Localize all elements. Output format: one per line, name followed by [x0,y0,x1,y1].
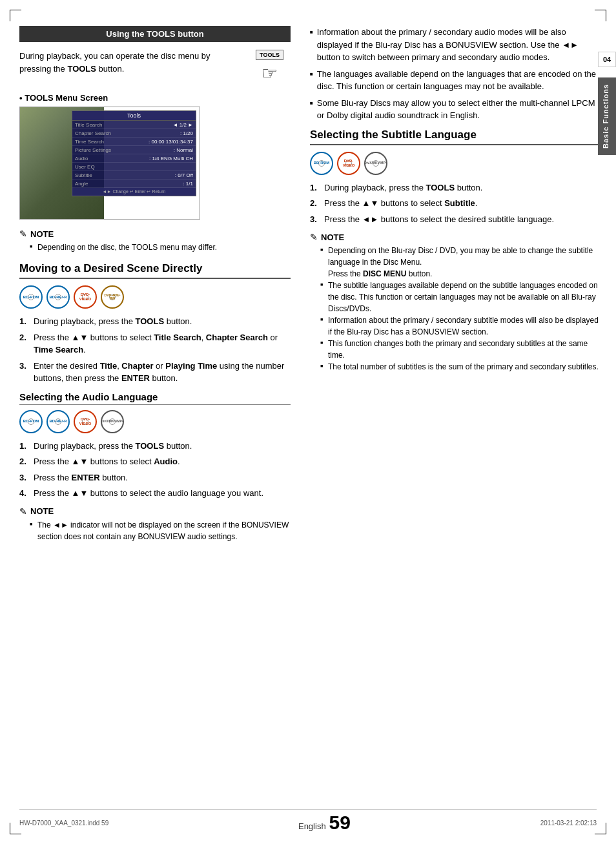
tools-row-time-search: Time Search : 00:00:13/01:34:37 [72,138,196,146]
tools-panel-footer: ◄► Change ↵ Enter ↩ Return [72,188,196,196]
subtitle-note-item-1: Depending on the Blu-ray Disc / DVD, you… [320,245,603,280]
corner-mark-tr [595,10,606,21]
audio-note: ✎ NOTE The ◄► indicator will not be disp… [19,506,291,542]
tools-note-header: ✎ NOTE [19,229,291,239]
footer-right-text: 2011-03-21 2:02:13 [540,819,597,827]
right-bullet-2: ■ The languages available depend on the … [310,68,603,93]
subtitle-note: ✎ NOTE Depending on the Blu-ray Disc / D… [310,232,603,373]
tools-row-audio: Audio : 1/4 ENG Multi CH [72,154,196,163]
tools-note-item-1: Depending on the disc, the TOOLS menu ma… [30,242,291,253]
tools-note-content: Depending on the disc, the TOOLS menu ma… [19,242,291,253]
audio-note-title: NOTE [30,506,54,516]
page-footer: HW-D7000_XAA_0321.indd 59 English 59 201… [19,809,597,832]
moving-disc-icons: BD-ROM BD-RE/-R DVD-VIDEO DVD+RW/-RW [19,285,291,309]
right-bullet-1-text: Information about the primary / secondar… [317,26,603,64]
tools-button-box: TOOLS [256,50,283,60]
subtitle-step-3: 3. Press the ◄► buttons to select the de… [310,213,603,226]
moving-step-1: 1. During playback, press the TOOLS butt… [19,315,291,328]
tools-row-chapter-search: Chapter Search : 1/20 [72,129,196,138]
tools-bold-audio1: TOOLS [136,441,165,451]
audio-note-header: ✎ NOTE [19,506,291,517]
footer-left-text: HW-D7000_XAA_0321.indd 59 [19,819,108,827]
page-number: 59 [329,813,351,832]
moving-step-3: 3. Enter the desired Title, Chapter or P… [19,360,291,385]
tools-intro-text: During playback, you can operate the dis… [19,50,242,75]
tools-note-title: NOTE [30,229,54,239]
audio-step-4: 4. Press the ▲▼ buttons to select the au… [19,487,291,500]
page-language: English [298,821,326,831]
audio-disc-dvd-video: DVD-VIDEO [74,410,97,433]
audio-step-2: 2. Press the ▲▼ buttons to select Audio. [19,455,291,468]
audio-disc-bd-rom: BD-ROM [19,410,43,433]
subtitle-section-heading: Selecting the Subtitle Language [310,129,603,145]
right-bullet-3: ■ Some Blu-ray Discs may allow you to se… [310,97,603,122]
subtitle-disc-dvd-video: DVD-VIDEO [337,152,360,175]
tools-bold-step1: TOOLS [136,316,165,326]
subtitle-disc-icons: BD-ROM DVD-VIDEO DivX/MKV/MP4 [310,152,603,175]
corner-mark-tl [10,10,21,21]
chapter-bold: Chapter [121,361,153,371]
subtitle-step-1: 1. During playback, press the TOOLS butt… [310,181,603,194]
bullet-icon-3: ■ [310,99,313,122]
subtitle-bold: Subtitle [444,198,475,208]
subtitle-note-item-2: The subtitle languages available depend … [320,280,603,314]
audio-bold: Audio [154,457,178,466]
content-area: Using the TOOLS button During playback, … [19,26,603,779]
disc-icon-bd-rom: BD-ROM [19,285,43,309]
audio-steps: 1. During playback, press the TOOLS butt… [19,440,291,500]
audio-note-item-1: The ◄► indicator will not be displayed o… [30,519,291,542]
moving-steps: 1. During playback, press the TOOLS butt… [19,315,291,385]
title-bold: Title [100,361,118,371]
subtitle-note-title: NOTE [321,232,344,242]
page-container: 04 Basic Functions Using the TOOLS butto… [0,0,616,844]
moving-section-heading: Moving to a Desired Scene Directly [19,262,291,279]
moving-step-2: 2. Press the ▲▼ buttons to select Title … [19,331,291,356]
tools-panel: Tools Title Search ◄ 1/2 ► Chapter Searc… [72,110,196,196]
subtitle-disc-divx: DivX/MKV/MP4 [364,152,387,175]
subtitle-step-2: 2. Press the ▲▼ buttons to select Subtit… [310,197,603,210]
subtitle-note-content: Depending on the Blu-ray Disc / DVD, you… [310,245,603,373]
chapter-search-bold: Chapter Search [206,333,268,342]
right-bullet-1: ■ Information about the primary / second… [310,26,603,64]
tools-row-subtitle: Subtitle : 0/7 Off [72,171,196,180]
audio-step-1: 1. During playback, press the TOOLS butt… [19,440,291,453]
left-column: Using the TOOLS button During playback, … [19,26,291,779]
subtitle-steps: 1. During playback, press the TOOLS butt… [310,181,603,226]
disc-icon-dvd-video: DVD-VIDEO [74,285,97,309]
page-number-area: English 59 [298,813,351,832]
audio-disc-divx: DivX/MKV/MP4 [101,410,124,433]
enter-bold: ENTER [121,373,150,383]
bullet-icon-2: ■ [310,70,313,93]
audio-disc-bd-re: BD-RE/-R [46,410,70,433]
tools-bold: TOOLS [67,64,96,74]
subtitle-note-item-4: This function changes both the primary a… [320,338,603,361]
audio-section-heading: Selecting the Audio Language [19,391,291,405]
audio-note-content: The ◄► indicator will not be displayed o… [19,519,291,542]
tools-note: ✎ NOTE Depending on the disc, the TOOLS … [19,229,291,253]
audio-disc-icons: BD-ROM BD-RE/-R DVD-VIDEO DivX/MKV/MP4 [19,410,291,433]
subtitle-note-item-5: The total number of subtitles is the sum… [320,361,603,373]
menu-screen-label: TOOLS Menu Screen [19,93,291,103]
time-search-bold: Time Search [34,345,83,355]
tools-bold-sub1: TOOLS [426,183,455,192]
disc-icon-dvd-rw: DVD+RW/-RW [101,285,124,309]
audio-step-3: 3. Press the ENTER button. [19,471,291,484]
subtitle-note-icon: ✎ [310,232,318,242]
subtitle-note-item-3: Information about the primary / secondar… [320,314,603,338]
chapter-number: 04 [598,52,616,67]
enter-bold-audio3: ENTER [72,473,100,482]
tools-button-image: TOOLS ☞ [249,50,291,84]
subtitle-disc-bd-rom: BD-ROM [310,152,333,175]
tools-header: Using the TOOLS button [19,26,291,42]
tools-row-picture-settings: Picture Settings : Normal [72,146,196,154]
title-search-bold: Title Search [154,333,201,342]
note-pencil-icon: ✎ [19,229,27,239]
tools-row-user-eq: User EQ [72,163,196,171]
right-bullets-top: ■ Information about the primary / second… [310,26,603,122]
subtitle-note-header: ✎ NOTE [310,232,603,242]
disc-icon-bd-re: BD-RE/-R [46,285,70,309]
tools-row-title-search: Title Search ◄ 1/2 ► [72,121,196,129]
right-bullet-2-text: The languages available depend on the la… [317,68,603,93]
tools-intro: During playback, you can operate the dis… [19,50,291,84]
bullet-icon-1: ■ [310,28,313,64]
